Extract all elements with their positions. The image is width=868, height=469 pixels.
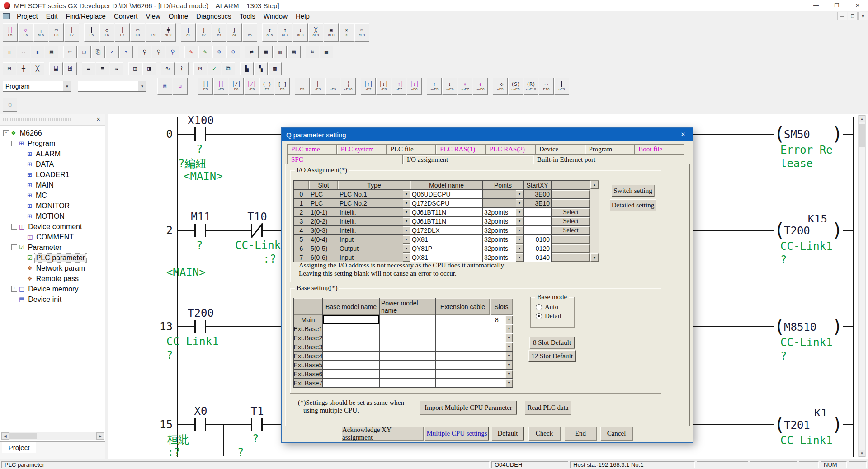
base-slots-combo[interactable]: ▼ — [490, 342, 513, 352]
io-startxy-cell[interactable]: 0140 — [524, 253, 552, 262]
base-slots-combo[interactable]: ▼ — [490, 370, 513, 379]
scroll-right-icon[interactable]: ▶ — [96, 432, 104, 440]
options-icon[interactable]: ▩ — [320, 46, 333, 58]
tab-i-o-assignment[interactable]: I/O assignment — [403, 154, 533, 164]
power-model-name-cell[interactable] — [380, 379, 436, 388]
program-check-icon[interactable]: ✓ — [208, 62, 221, 75]
program-type-combo[interactable]: Program▼ — [3, 81, 71, 92]
chevron-down-icon[interactable]: ▼ — [516, 226, 523, 234]
chevron-down-icon[interactable]: ▼ — [403, 253, 410, 262]
io-model-name-cell[interactable]: QX81 — [410, 253, 483, 262]
ladder-symbol-icon[interactable]: ▙ — [240, 62, 254, 75]
chevron-down-icon[interactable]: ▼ — [403, 199, 410, 207]
scrollbar-thumb[interactable] — [9, 433, 37, 439]
tree-item-alarm[interactable]: ⊞ALARM — [1, 149, 104, 159]
scroll-down-icon[interactable]: ▼ — [590, 253, 599, 262]
edit-af8[interactable]: ↓aF8 — [293, 23, 308, 42]
io-type-combo[interactable]: Intelli.▼ — [338, 226, 410, 235]
power-model-name-cell[interactable] — [380, 342, 436, 352]
rising-branch-af7[interactable]: ┤↑├aF7 — [392, 78, 406, 95]
io-model-name-cell[interactable]: QJ61BT11N — [410, 217, 483, 226]
coil[interactable]: ( SM50 ) — [774, 126, 843, 144]
mdi-close-icon[interactable]: ✕ — [858, 12, 868, 20]
edit-af0[interactable]: ▣aF0 — [324, 23, 339, 42]
menu-convert[interactable]: Convert — [110, 11, 142, 21]
menu-edit[interactable]: Edit — [42, 11, 62, 21]
falling-branch-af8[interactable]: ┤↓├aF8 — [407, 78, 422, 95]
extension-cable-cell[interactable] — [436, 315, 490, 324]
sfc-step-f7[interactable]: │F7 — [115, 23, 130, 42]
vertical-line-sf9[interactable]: │sF9 — [310, 78, 325, 95]
delete-line-icon[interactable]: ╳ — [31, 62, 44, 75]
io-type-combo[interactable]: Intelli.▼ — [338, 217, 410, 226]
power-model-name-cell[interactable] — [380, 315, 436, 324]
base-slots-combo[interactable]: ▼ — [490, 352, 513, 361]
sfc-symbol-f6[interactable]: ◇F6 — [18, 23, 33, 42]
closed-branch-sf6[interactable]: ┤/├sF6 — [244, 78, 259, 95]
rising-pulse-sf7[interactable]: ┤↑├sF7 — [361, 78, 376, 95]
io-points-combo[interactable]: ▼ — [483, 190, 524, 199]
statement-display-icon[interactable]: ≡ — [96, 62, 109, 75]
tree-item-mc[interactable]: ⊞MC — [1, 190, 104, 201]
io-model-name-cell[interactable]: Q172DLX — [410, 226, 483, 235]
tree-item-m6266[interactable]: -❖M6266 — [1, 128, 104, 138]
open-branch-sf5[interactable]: ┤├sF5 — [213, 78, 228, 95]
device-memory-edit-icon[interactable]: ◨ — [142, 62, 156, 75]
chevron-down-icon[interactable]: ▼ — [516, 244, 523, 253]
extension-cable-cell[interactable] — [436, 333, 490, 342]
io-type-combo[interactable]: PLC No.2▼ — [338, 199, 410, 208]
io-type-combo[interactable]: Input▼ — [338, 235, 410, 244]
no-contact[interactable] — [194, 127, 206, 141]
coil[interactable]: ( T201 ) — [774, 416, 843, 434]
extension-cable-cell[interactable] — [436, 370, 490, 379]
tab-program[interactable]: Program — [585, 144, 635, 154]
menu-help[interactable]: Help — [292, 11, 314, 21]
io-points-combo[interactable]: 32points▼ — [483, 226, 524, 235]
edit-af9[interactable]: ╳aF9 — [308, 23, 323, 42]
application-instruction-f8[interactable]: [ ]F8 — [275, 78, 290, 95]
chevron-down-icon[interactable]: ▼ — [505, 379, 513, 387]
tree-item-network-param[interactable]: ❖Network param — [1, 263, 104, 273]
base-model-name-cell[interactable] — [323, 370, 380, 379]
chevron-down-icon[interactable]: ▼ — [403, 226, 410, 234]
scroll-left-icon[interactable]: ◀ — [1, 432, 9, 440]
invert-af5[interactable]: ─◇aF5 — [493, 78, 508, 95]
chevron-down-icon[interactable]: ▼ — [403, 217, 410, 225]
menu-tools[interactable]: Tools — [236, 11, 259, 21]
slot8-default-button[interactable]: 8 Slot Default — [529, 337, 575, 348]
expand-icon[interactable]: + — [11, 286, 17, 292]
tree-item-device-init[interactable]: ▤Device init — [1, 294, 104, 305]
tree-item-comment[interactable]: ◫COMMENT — [1, 232, 104, 242]
sampling-icon[interactable]: ⌇ — [175, 62, 189, 75]
print-icon[interactable]: ▤ — [45, 46, 58, 58]
extension-cable-cell[interactable] — [436, 352, 490, 361]
multiple-cpu-settings-button[interactable]: Multiple CPU settings — [425, 427, 489, 440]
select-button[interactable]: Select — [552, 217, 590, 225]
tree-item-parameter[interactable]: -☑Parameter — [1, 242, 104, 253]
base-mode-auto[interactable]: Auto — [536, 303, 558, 311]
comment-display-icon[interactable]: ≣ — [82, 62, 95, 75]
collapse-icon[interactable]: - — [3, 130, 9, 136]
chevron-down-icon[interactable]: ▼ — [505, 325, 513, 333]
circuit-zoom-icon[interactable]: ⊖ — [226, 46, 240, 58]
mdi-restore-icon[interactable]: ❐ — [848, 12, 858, 20]
rung-insert-icon[interactable]: ⌸ — [49, 62, 63, 75]
base-slots-combo[interactable]: ▼ — [490, 333, 513, 342]
chevron-down-icon[interactable]: ▼ — [63, 81, 71, 91]
menu-project[interactable]: Project — [13, 11, 42, 21]
sfc-step-f8[interactable]: ▭F8 — [130, 23, 145, 42]
chevron-down-icon[interactable]: ▼ — [403, 208, 410, 216]
slot12-default-button[interactable]: 12 Slot Default — [528, 350, 576, 362]
edit-af5[interactable]: ↕aF5 — [262, 23, 277, 42]
find-window-icon[interactable]: ▤ — [157, 78, 172, 95]
collapse-icon[interactable]: - — [11, 244, 17, 250]
read-from-plc-icon[interactable]: ✎ — [198, 46, 212, 58]
no-contact[interactable] — [251, 418, 263, 431]
tab-boot-file[interactable]: Boot file — [634, 144, 684, 154]
note-display-icon[interactable]: ≂ — [110, 62, 123, 75]
special-icon[interactable]: ▩ — [268, 62, 282, 75]
io-points-combo[interactable]: 32points▼ — [483, 253, 524, 262]
tree-horizontal-scrollbar[interactable]: ◀ ▶ — [1, 432, 104, 440]
block-c5[interactable]: ≡c5 — [242, 23, 257, 42]
io-points-combo[interactable]: 32points▼ — [483, 208, 524, 217]
